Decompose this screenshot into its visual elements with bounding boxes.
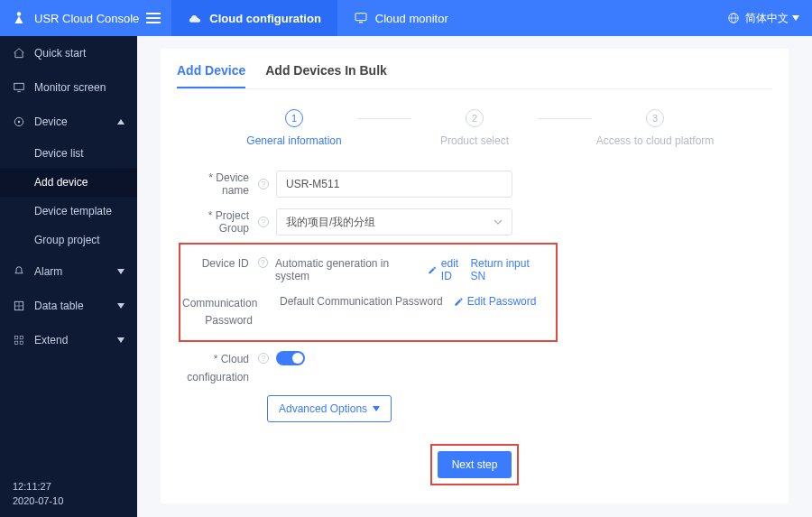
- sidebar-sub-device-template[interactable]: Device template: [0, 197, 137, 226]
- sidebar-item-label: Alarm: [34, 265, 62, 278]
- svg-rect-4: [355, 14, 366, 21]
- advanced-options-button[interactable]: Advanced Options: [267, 395, 392, 422]
- sidebar-sub-device-list[interactable]: Device list: [0, 139, 137, 168]
- sidebar-item-extend[interactable]: Extend: [0, 323, 137, 357]
- chevron-down-icon: [494, 219, 503, 226]
- svg-rect-18: [14, 341, 18, 345]
- comm-password-text: Default Communication Password: [280, 295, 443, 308]
- step-circle: 3: [646, 109, 664, 127]
- chevron-down-icon: [117, 269, 125, 274]
- top-bar: USR Cloud Console Cloud configuration Cl…: [0, 0, 812, 36]
- sidebar-item-device[interactable]: Device: [0, 105, 137, 139]
- row-project-group: Project Group ? 我的项目/我的分组: [179, 205, 770, 239]
- tab-add-devices-bulk[interactable]: Add Devices In Bulk: [265, 60, 387, 88]
- chevron-up-icon: [117, 119, 125, 125]
- label-cloud-config: * Cloud configuration: [179, 351, 258, 385]
- link-edit-id[interactable]: edit ID: [428, 257, 470, 282]
- sidebar-item-data-table[interactable]: Data table: [0, 289, 137, 323]
- row-comm-password: Communication Password Default Communica…: [182, 295, 547, 329]
- sidebar-item-label: Data table: [34, 300, 84, 312]
- svg-rect-1: [146, 13, 161, 14]
- step-line: [357, 118, 411, 119]
- toggle-cloud-config[interactable]: [276, 351, 305, 365]
- steps-bar: 1 General information 2 Product select 3…: [177, 104, 772, 167]
- select-value: 我的项目/我的分组: [286, 215, 375, 230]
- sidebar-item-monitor-screen[interactable]: Monitor screen: [0, 70, 137, 105]
- step-label: Access to cloud platform: [596, 134, 715, 147]
- info-icon[interactable]: ?: [258, 257, 268, 268]
- next-step-button[interactable]: Next step: [438, 451, 512, 478]
- sidebar-item-label: Device: [34, 115, 68, 128]
- row-device-id: Device ID ? Automatic generation in syst…: [182, 257, 547, 284]
- step-general-info: 1 General information: [231, 109, 357, 147]
- svg-rect-9: [14, 83, 24, 89]
- sidebar-sub-add-device[interactable]: Add device: [0, 168, 137, 197]
- svg-rect-3: [146, 22, 161, 23]
- sidebar-item-label: Monitor screen: [34, 81, 106, 94]
- main-content: Add Device Add Devices In Bulk 1 General…: [137, 36, 812, 517]
- language-selector[interactable]: 简体中文: [715, 11, 812, 26]
- device-id-text: Automatic generation in system: [275, 257, 418, 282]
- highlight-box-next: Next step: [430, 444, 520, 485]
- svg-rect-16: [14, 336, 18, 339]
- select-project-group[interactable]: 我的项目/我的分组: [276, 208, 512, 235]
- step-circle: 2: [466, 109, 484, 127]
- sidebar-item-label: Extend: [34, 334, 68, 346]
- info-icon[interactable]: ?: [258, 353, 269, 364]
- svg-rect-2: [146, 17, 161, 19]
- alarm-icon: [13, 265, 25, 278]
- sidebar-sub-group-project[interactable]: Group project: [0, 226, 137, 254]
- label-device-id: Device ID: [182, 257, 258, 270]
- sidebar-item-label: Quick start: [34, 47, 86, 60]
- nav-tab-cloud-configuration[interactable]: Cloud configuration: [171, 0, 337, 36]
- cloud-monitor-icon: [354, 11, 368, 25]
- svg-rect-19: [20, 341, 23, 345]
- nav-tab-cloud-monitor[interactable]: Cloud monitor: [337, 0, 465, 36]
- add-device-form: Device name ? Project Group ? 我的项目/我的分组: [177, 167, 772, 485]
- label-comm-password: Communication Password: [182, 295, 262, 329]
- tab-add-device[interactable]: Add Device: [177, 60, 245, 88]
- language-label: 简体中文: [745, 11, 789, 26]
- svg-point-0: [17, 12, 22, 16]
- extend-icon: [13, 334, 25, 346]
- link-edit-password[interactable]: Edit Password: [454, 295, 537, 308]
- brand-text: USR Cloud Console: [34, 12, 139, 25]
- sidebar-item-quick-start[interactable]: Quick start: [0, 36, 137, 70]
- svg-rect-17: [20, 336, 23, 339]
- step-access-cloud: 3 Access to cloud platform: [592, 109, 718, 147]
- step-label: General information: [246, 134, 341, 147]
- sidebar-time: 12:11:27: [13, 480, 125, 494]
- link-return-input-sn[interactable]: Return input SN: [470, 257, 543, 282]
- house-icon: [13, 47, 25, 60]
- step-product-select: 2 Product select: [411, 109, 538, 147]
- globe-icon: [727, 12, 740, 24]
- caret-down-icon: [373, 406, 380, 411]
- input-device-name[interactable]: [276, 171, 512, 198]
- row-cloud-config: * Cloud configuration ?: [179, 351, 770, 385]
- sidebar-date: 2020-07-10: [13, 494, 125, 508]
- chevron-down-icon: [792, 15, 799, 21]
- label-project-group: Project Group: [179, 209, 258, 235]
- label-device-name: Device name: [179, 171, 258, 197]
- chevron-down-icon: [117, 337, 125, 343]
- highlight-box: Device ID ? Automatic generation in syst…: [179, 243, 558, 342]
- edit-icon: [454, 297, 464, 307]
- info-icon[interactable]: ?: [258, 217, 269, 227]
- edit-icon: [428, 265, 437, 275]
- sidebar-item-alarm[interactable]: Alarm: [0, 254, 137, 289]
- nav-tab-label: Cloud monitor: [375, 12, 448, 25]
- sidebar: Quick start Monitor screen Device Device…: [0, 36, 137, 517]
- info-icon[interactable]: ?: [258, 179, 269, 189]
- monitor-icon: [13, 81, 25, 94]
- page-tabs: Add Device Add Devices In Bulk: [177, 60, 772, 89]
- row-device-name: Device name ?: [179, 167, 770, 201]
- form-card: Add Device Add Devices In Bulk 1 General…: [161, 49, 789, 503]
- chevron-down-icon: [117, 303, 125, 309]
- table-icon: [13, 300, 25, 312]
- step-circle: 1: [285, 109, 303, 127]
- step-label: Product select: [440, 134, 509, 147]
- brand-icon: [11, 10, 27, 26]
- menu-icon[interactable]: [146, 12, 161, 24]
- brand: USR Cloud Console: [0, 10, 171, 26]
- next-step-wrap: Next step: [179, 444, 770, 485]
